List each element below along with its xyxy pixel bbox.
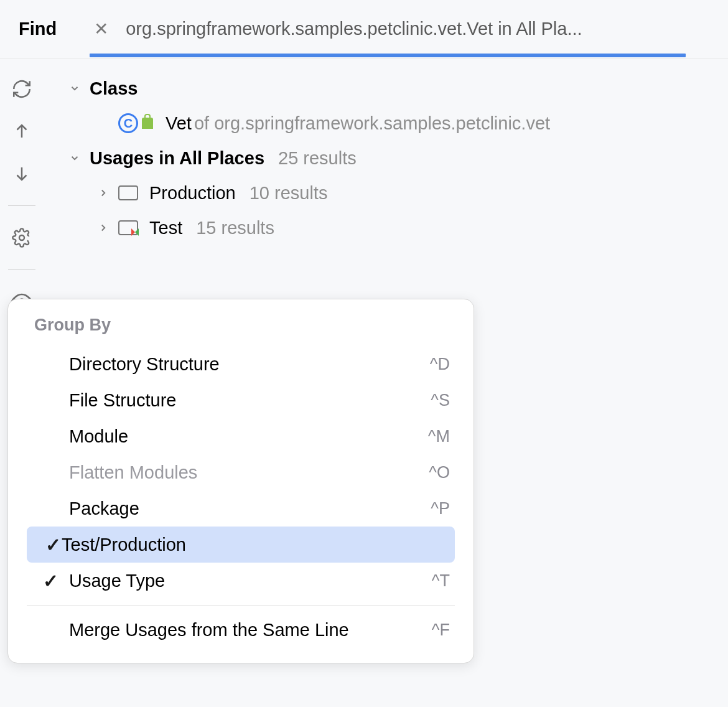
- menu-divider: [27, 605, 455, 606]
- menu-flatten-modules: Flatten Modules ^O: [8, 454, 474, 490]
- class-section-label: Class: [90, 78, 138, 99]
- usages-tree: Class C Vet of org.springframework.sampl…: [44, 59, 728, 314]
- menu-item-shortcut: ^O: [429, 463, 455, 482]
- groupby-popup: Group By Directory Structure ^D File Str…: [7, 299, 474, 663]
- check-icon: ✓: [32, 534, 62, 556]
- menu-item-label: File Structure: [69, 390, 431, 411]
- popup-header: Group By: [8, 316, 474, 346]
- find-title: Find: [19, 19, 57, 39]
- chevron-down-icon: [68, 83, 81, 94]
- chevron-right-icon: [97, 222, 110, 233]
- class-package: of org.springframework.samples.petclinic…: [194, 113, 550, 134]
- refresh-button[interactable]: [10, 77, 34, 101]
- menu-test-production[interactable]: ✓ Test/Production: [27, 527, 455, 563]
- menu-file-structure[interactable]: File Structure ^S: [8, 382, 474, 418]
- menu-module[interactable]: Module ^M: [8, 418, 474, 454]
- svg-point-0: [19, 235, 24, 240]
- tree-node-class[interactable]: Class: [44, 71, 728, 106]
- check-icon: ✓: [32, 570, 69, 592]
- settings-button[interactable]: [10, 226, 34, 250]
- menu-usage-type[interactable]: ✓ Usage Type ^T: [8, 563, 474, 599]
- test-count: 15 results: [196, 218, 274, 238]
- menu-item-label: Module: [69, 426, 428, 447]
- menu-item-shortcut: ^T: [432, 571, 455, 591]
- menu-item-shortcut: ^D: [430, 355, 455, 374]
- menu-item-label: Test/Production: [62, 535, 450, 555]
- menu-item-label: Package: [69, 499, 431, 519]
- active-tab-indicator: [90, 54, 686, 57]
- class-name: Vet: [166, 113, 192, 134]
- menu-item-label: Directory Structure: [69, 354, 430, 375]
- menu-directory-structure[interactable]: Directory Structure ^D: [8, 346, 474, 382]
- menu-item-shortcut: ^S: [431, 391, 455, 410]
- tree-node-production[interactable]: Production 10 results: [44, 176, 728, 210]
- menu-item-label: Usage Type: [69, 571, 432, 591]
- test-folder-icon: [118, 220, 143, 235]
- tree-node-test[interactable]: Test 15 results: [44, 210, 728, 245]
- chevron-right-icon: [97, 187, 110, 199]
- menu-item-shortcut: ^F: [432, 620, 455, 640]
- menu-item-label: Merge Usages from the Same Line: [69, 620, 432, 640]
- chevron-down-icon: [68, 152, 81, 164]
- production-label: Production: [149, 183, 236, 204]
- tree-node-class-item[interactable]: C Vet of org.springframework.samples.pet…: [44, 106, 728, 141]
- menu-item-shortcut: ^P: [431, 499, 455, 518]
- previous-button[interactable]: [10, 119, 34, 143]
- menu-item-shortcut: ^M: [428, 427, 455, 446]
- tree-node-usages[interactable]: Usages in All Places 25 results: [44, 141, 728, 176]
- usages-count: 25 results: [278, 148, 357, 169]
- usages-section-label: Usages in All Places: [90, 148, 264, 169]
- vertical-toolbar: [0, 59, 44, 314]
- class-icon: C: [118, 113, 153, 133]
- toolbar-divider: [8, 205, 35, 206]
- menu-merge-usages[interactable]: Merge Usages from the Same Line ^F: [8, 612, 474, 648]
- production-count: 10 results: [250, 183, 328, 204]
- next-button[interactable]: [10, 162, 34, 185]
- tab-title[interactable]: org.springframework.samples.petclinic.ve…: [126, 19, 709, 39]
- menu-package[interactable]: Package ^P: [8, 490, 474, 527]
- test-label: Test: [149, 218, 182, 238]
- menu-item-label: Flatten Modules: [69, 462, 429, 483]
- folder-icon: [118, 185, 143, 200]
- find-header: Find ✕ org.springframework.samples.petcl…: [0, 0, 728, 59]
- toolbar-divider: [8, 269, 35, 270]
- close-tab-button[interactable]: ✕: [94, 21, 108, 38]
